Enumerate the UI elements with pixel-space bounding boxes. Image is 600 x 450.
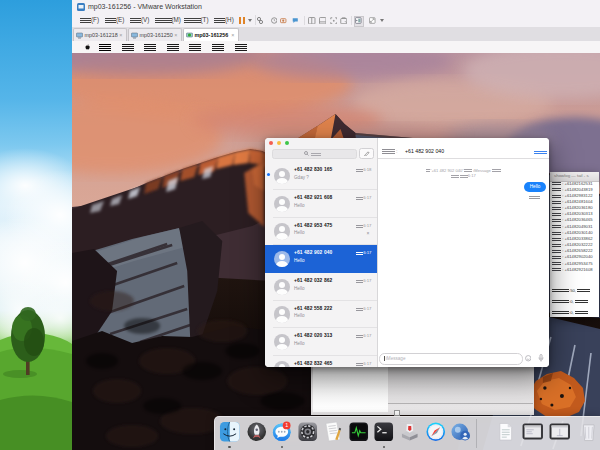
svg-text:1: 1 xyxy=(285,422,288,428)
